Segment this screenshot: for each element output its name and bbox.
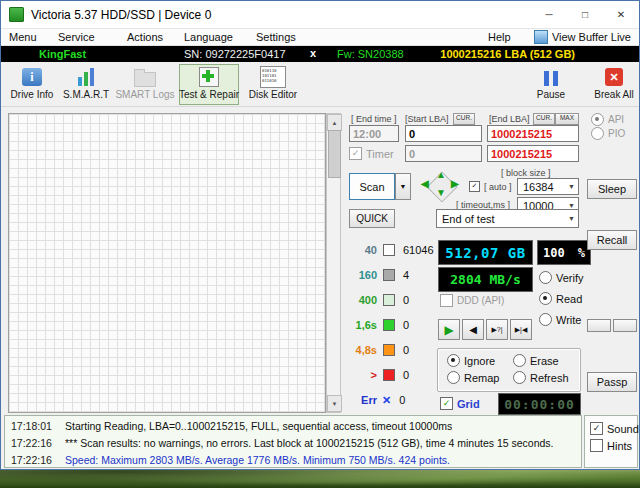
device-capacity: 1000215216 LBA (512 GB) (440, 48, 575, 60)
sound-label: Sound (607, 423, 639, 435)
pio-label: PIO (608, 128, 625, 139)
buffer-icon (534, 30, 548, 44)
end-lba-cur-button[interactable]: CUR. (533, 113, 555, 125)
scan-button[interactable]: Scan (349, 173, 395, 200)
minimize-button[interactable]: ─ (531, 1, 567, 28)
grid-checkbox[interactable]: ✓ Grid (440, 397, 480, 410)
start-lba-cur-button[interactable]: CUR. (453, 113, 475, 125)
action-erase-radio[interactable]: Erase (513, 354, 559, 367)
pause-button[interactable]: Pause (533, 64, 569, 105)
scroll-up-icon: ▲ (332, 120, 338, 126)
pad-left-icon[interactable]: ◀ (421, 178, 429, 189)
pad-right-icon[interactable]: ▶ (451, 178, 459, 189)
hints-checkbox[interactable]: Hints (590, 439, 632, 452)
action-refresh-radio[interactable]: Refresh (513, 371, 569, 384)
start-test-button[interactable]: ▶ (438, 319, 460, 340)
legend-block (383, 369, 395, 381)
log-message: *** Scan results: no warnings, no errors… (65, 437, 554, 449)
sleep-button[interactable]: Sleep (587, 179, 637, 199)
end-lba-input[interactable] (487, 125, 579, 142)
grid-scrollbar[interactable]: ▲ ▼ (326, 113, 341, 413)
block-size-combo[interactable]: 16384 ▼ (517, 178, 579, 195)
skip-end-icon: ▶|◀ (515, 326, 528, 334)
end-lba-max-button[interactable]: MAX (555, 113, 579, 125)
passp-button[interactable]: Passp (587, 372, 637, 392)
api-label: API (608, 114, 624, 125)
sound-checkbox[interactable]: ✓ Sound (590, 422, 639, 435)
break-all-button[interactable]: ✕ Break All (591, 64, 637, 105)
log-entry: 17:18:01 Starting Reading, LBA=0..100021… (11, 418, 577, 433)
legend-row-4-8s: 4,8s 0 (347, 343, 435, 357)
test-repair-button[interactable]: Test & Repair (179, 64, 239, 105)
mode-write-label: Write (556, 314, 581, 326)
auto-checkbox-box: ✓ (469, 181, 480, 192)
menu-item-service[interactable]: Service (58, 31, 95, 43)
auto-checkbox[interactable]: ✓ [ auto ] (469, 181, 512, 192)
folder-icon (134, 67, 156, 87)
device-x-button[interactable]: x (310, 47, 316, 59)
mode-write-radio[interactable]: Write (539, 313, 581, 326)
legend-count: 0 (403, 294, 409, 306)
pad-up-icon[interactable]: ▲ (436, 169, 446, 180)
radio-circle (539, 313, 552, 326)
scan-map (8, 113, 326, 413)
action-ignore-radio[interactable]: Ignore (447, 354, 495, 367)
mode-verify-radio[interactable]: Verify (539, 271, 584, 284)
smart-logs-button: SMART Logs (117, 64, 173, 105)
step-back-button[interactable]: ◀ (462, 319, 484, 340)
direction-pad[interactable]: ▲ ▼ ◀ ▶ (418, 171, 464, 201)
elapsed-time-display: 00:00:00 (498, 393, 581, 415)
legend-label: 160 (347, 269, 377, 281)
close-button[interactable]: ✕ (603, 1, 639, 28)
menu-item-actions[interactable]: Actions (127, 31, 163, 43)
timer-checkbox[interactable]: ✓ Timer (349, 147, 394, 160)
legend-count: 61046 (403, 244, 434, 256)
quick-button[interactable]: QUICK (349, 209, 395, 228)
app-icon (9, 7, 24, 22)
timer-end-input[interactable] (487, 145, 579, 162)
scroll-up-button[interactable]: ▲ (327, 114, 342, 131)
legend-count: 0 (399, 394, 405, 406)
legend-label: 40 (347, 244, 377, 256)
pad-down-icon[interactable]: ▼ (436, 187, 446, 198)
legend-block (383, 269, 395, 281)
menu-item-help[interactable]: Help (488, 31, 511, 43)
api-radio[interactable]: API (591, 113, 624, 126)
victoria-window: Victoria 5.37 HDD/SSD | Device 0 ─ □ ✕ M… (0, 0, 640, 470)
minimize-icon: ─ (545, 9, 552, 20)
timer-start-input[interactable] (405, 145, 482, 162)
disk-editor-button[interactable]: 010110101101011010 Disk Editor (245, 64, 301, 105)
view-buffer-live[interactable]: View Buffer Live (534, 30, 631, 44)
legend-count: 4 (403, 269, 409, 281)
skip-bad-button[interactable]: ▶?| (486, 319, 508, 340)
menu-item-language[interactable]: Language (184, 31, 233, 43)
radio-circle (447, 371, 460, 384)
maximize-button[interactable]: □ (567, 1, 603, 28)
radio-circle (447, 354, 460, 367)
legend-label: 4,8s (347, 344, 377, 356)
start-lba-input[interactable] (405, 125, 482, 142)
action-refresh-label: Refresh (530, 372, 569, 384)
action-remap-radio[interactable]: Remap (447, 371, 499, 384)
scroll-thumb[interactable] (328, 130, 341, 178)
window-title: Victoria 5.37 HDD/SSD | Device 0 (31, 8, 531, 22)
hints-checkbox-box (590, 439, 603, 452)
scroll-down-button[interactable]: ▼ (327, 395, 342, 412)
device-bar: KingFast SN: 09272225F0417 x Fw: SN20388… (1, 46, 639, 62)
radio-circle (591, 113, 604, 126)
test-repair-label: Test & Repair (179, 89, 239, 100)
radio-circle (513, 354, 526, 367)
end-of-test-combo[interactable]: End of test ▼ (436, 209, 579, 228)
smart-button[interactable]: S.M.A.R.T (61, 64, 111, 105)
smart-chart-icon (78, 67, 94, 87)
mode-read-radio[interactable]: Read (539, 292, 582, 305)
recall-button[interactable]: Recall (587, 230, 637, 250)
log-time: 17:22:16 (11, 437, 65, 449)
drive-info-button[interactable]: i Drive Info (9, 64, 55, 105)
scan-dropdown-button[interactable]: ▼ (395, 173, 411, 200)
menu-item-settings[interactable]: Settings (256, 31, 296, 43)
maximize-icon: □ (582, 9, 588, 20)
end-time-input[interactable] (349, 125, 399, 142)
skip-end-button[interactable]: ▶|◀ (510, 319, 532, 340)
menu-item-menu[interactable]: Menu (9, 31, 37, 43)
